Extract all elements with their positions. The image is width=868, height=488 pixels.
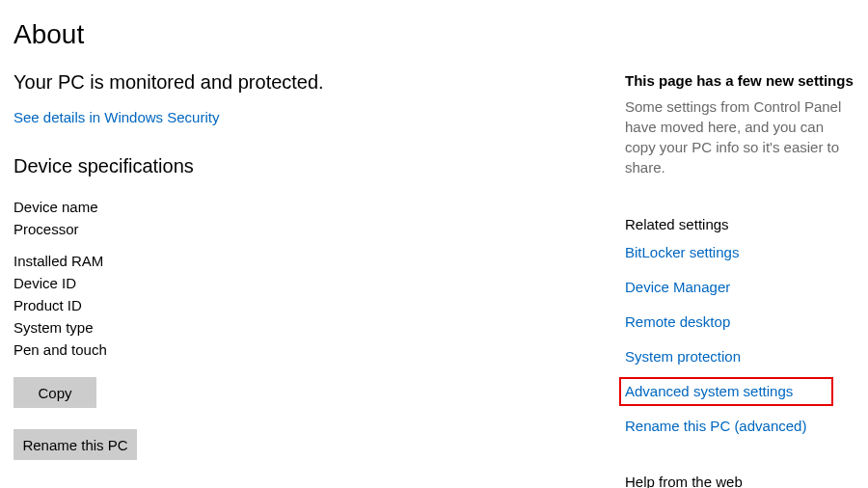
spec-processor: Processor (14, 221, 611, 237)
spec-product-id: Product ID (14, 297, 611, 313)
highlight-box: Advanced system settings (619, 377, 833, 406)
spec-pen-touch: Pen and touch (14, 341, 611, 358)
spec-device-name: Device name (14, 199, 611, 215)
side-heading: This page has a few new settings (625, 72, 868, 89)
related-link-device-manager[interactable]: Device Manager (625, 279, 730, 295)
related-settings-links: BitLocker settingsDevice ManagerRemote d… (625, 244, 868, 435)
related-link-advanced-system-settings[interactable]: Advanced system settings (625, 383, 793, 399)
monitor-heading: Your PC is monitored and protected. (14, 71, 611, 94)
side-description: Some settings from Control Panel have mo… (625, 96, 868, 177)
related-link-system-protection[interactable]: System protection (625, 348, 741, 365)
rename-pc-button[interactable]: Rename this PC (14, 429, 137, 460)
related-link-bitlocker-settings[interactable]: BitLocker settings (625, 244, 739, 260)
help-from-web-title: Help from the web (625, 474, 868, 488)
related-link-rename-this-pc-advanced-[interactable]: Rename this PC (advanced) (625, 418, 806, 434)
spec-installed-ram: Installed RAM (14, 253, 611, 269)
copy-button[interactable]: Copy (14, 377, 96, 408)
spec-system-type: System type (14, 319, 611, 336)
device-specs-title: Device specifications (14, 155, 611, 177)
related-link-remote-desktop[interactable]: Remote desktop (625, 313, 730, 330)
page-title: About (14, 19, 611, 50)
related-settings-title: Related settings (625, 216, 868, 232)
spec-device-id: Device ID (14, 275, 611, 291)
windows-security-link[interactable]: See details in Windows Security (14, 109, 219, 125)
